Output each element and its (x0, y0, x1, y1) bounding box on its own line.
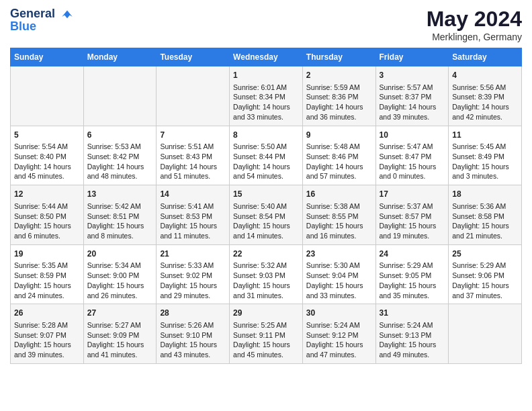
day-number: 4 (452, 70, 518, 81)
day-info: Sunrise: 5:24 AM Sunset: 9:12 PM Dayligh… (306, 320, 372, 360)
days-header-row: SundayMondayTuesdayWednesdayThursdayFrid… (11, 48, 522, 66)
day-info: Sunrise: 5:30 AM Sunset: 9:04 PM Dayligh… (306, 261, 372, 300)
day-number: 3 (380, 70, 445, 81)
day-cell (11, 66, 84, 126)
day-cell: 4Sunrise: 5:56 AM Sunset: 8:39 PM Daylig… (449, 66, 522, 126)
day-number: 13 (87, 189, 153, 200)
day-cell: 2Sunrise: 5:59 AM Sunset: 8:36 PM Daylig… (302, 66, 375, 126)
day-info: Sunrise: 5:41 AM Sunset: 8:53 PM Dayligh… (160, 201, 226, 241)
day-cell: 25Sunrise: 5:29 AM Sunset: 9:06 PM Dayli… (449, 244, 522, 304)
header-friday: Friday (375, 48, 449, 66)
logo: General Blue (10, 7, 75, 34)
day-cell: 10Sunrise: 5:47 AM Sunset: 8:47 PM Dayli… (375, 126, 449, 185)
page: General Blue May 2024 Merklingen, German… (0, 0, 532, 374)
calendar-table: SundayMondayTuesdayWednesdayThursdayFrid… (10, 48, 522, 364)
day-number: 5 (14, 130, 80, 141)
day-info: Sunrise: 5:57 AM Sunset: 8:37 PM Dayligh… (380, 83, 445, 122)
day-info: Sunrise: 5:45 AM Sunset: 8:49 PM Dayligh… (452, 142, 518, 181)
day-info: Sunrise: 5:33 AM Sunset: 9:02 PM Dayligh… (160, 261, 226, 300)
logo-blue-text: Blue (10, 19, 75, 34)
day-cell: 17Sunrise: 5:37 AM Sunset: 8:57 PM Dayli… (375, 185, 449, 245)
day-number: 18 (452, 189, 518, 200)
day-cell: 5Sunrise: 5:54 AM Sunset: 8:40 PM Daylig… (11, 126, 84, 185)
day-info: Sunrise: 5:51 AM Sunset: 8:43 PM Dayligh… (160, 142, 226, 181)
week-row-5: 26Sunrise: 5:28 AM Sunset: 9:07 PM Dayli… (11, 304, 522, 364)
day-number: 27 (87, 308, 153, 319)
day-info: Sunrise: 5:27 AM Sunset: 9:09 PM Dayligh… (87, 320, 153, 360)
day-info: Sunrise: 5:26 AM Sunset: 9:10 PM Dayligh… (160, 320, 226, 360)
day-number: 8 (233, 130, 299, 141)
week-row-4: 19Sunrise: 5:35 AM Sunset: 8:59 PM Dayli… (11, 244, 522, 304)
day-info: Sunrise: 5:29 AM Sunset: 9:06 PM Dayligh… (452, 261, 518, 300)
day-number: 25 (452, 248, 518, 260)
day-info: Sunrise: 5:53 AM Sunset: 8:42 PM Dayligh… (87, 142, 153, 181)
header-thursday: Thursday (302, 48, 375, 66)
day-cell: 16Sunrise: 5:38 AM Sunset: 8:55 PM Dayli… (302, 185, 375, 245)
day-cell: 6Sunrise: 5:53 AM Sunset: 8:42 PM Daylig… (83, 126, 157, 185)
day-cell (449, 304, 522, 364)
day-number: 19 (14, 248, 80, 260)
subtitle: Merklingen, Germany (427, 32, 522, 42)
day-cell: 12Sunrise: 5:44 AM Sunset: 8:50 PM Dayli… (11, 185, 84, 245)
day-cell: 31Sunrise: 5:24 AM Sunset: 9:13 PM Dayli… (375, 304, 449, 364)
day-number: 7 (160, 130, 226, 141)
day-cell (83, 66, 157, 126)
day-info: Sunrise: 5:40 AM Sunset: 8:54 PM Dayligh… (233, 201, 299, 241)
day-info: Sunrise: 5:35 AM Sunset: 8:59 PM Dayligh… (14, 261, 80, 300)
day-cell: 27Sunrise: 5:27 AM Sunset: 9:09 PM Dayli… (83, 304, 157, 364)
header-sunday: Sunday (11, 48, 84, 66)
header-wednesday: Wednesday (230, 48, 303, 66)
day-number: 12 (14, 189, 80, 200)
day-cell: 9Sunrise: 5:48 AM Sunset: 8:46 PM Daylig… (302, 126, 375, 185)
day-cell: 20Sunrise: 5:34 AM Sunset: 9:00 PM Dayli… (83, 244, 157, 304)
day-cell: 19Sunrise: 5:35 AM Sunset: 8:59 PM Dayli… (11, 244, 84, 304)
day-info: Sunrise: 5:25 AM Sunset: 9:11 PM Dayligh… (233, 320, 299, 360)
day-number: 16 (306, 189, 372, 200)
day-info: Sunrise: 5:32 AM Sunset: 9:03 PM Dayligh… (233, 261, 299, 300)
day-cell: 30Sunrise: 5:24 AM Sunset: 9:12 PM Dayli… (302, 304, 375, 364)
day-number: 29 (233, 308, 299, 319)
day-cell: 23Sunrise: 5:30 AM Sunset: 9:04 PM Dayli… (302, 244, 375, 304)
day-info: Sunrise: 5:42 AM Sunset: 8:51 PM Dayligh… (87, 201, 153, 241)
day-number: 1 (233, 70, 299, 81)
day-info: Sunrise: 5:56 AM Sunset: 8:39 PM Dayligh… (452, 83, 518, 122)
day-number: 31 (380, 308, 445, 319)
day-number: 20 (87, 248, 153, 260)
day-number: 2 (306, 70, 372, 81)
week-row-3: 12Sunrise: 5:44 AM Sunset: 8:50 PM Dayli… (11, 185, 522, 245)
day-info: Sunrise: 5:37 AM Sunset: 8:57 PM Dayligh… (380, 201, 445, 241)
day-cell: 11Sunrise: 5:45 AM Sunset: 8:49 PM Dayli… (449, 126, 522, 185)
day-info: Sunrise: 5:34 AM Sunset: 9:00 PM Dayligh… (87, 261, 153, 300)
week-row-2: 5Sunrise: 5:54 AM Sunset: 8:40 PM Daylig… (11, 126, 522, 185)
day-number: 23 (306, 248, 372, 260)
day-cell: 21Sunrise: 5:33 AM Sunset: 9:02 PM Dayli… (157, 244, 230, 304)
day-cell: 13Sunrise: 5:42 AM Sunset: 8:51 PM Dayli… (83, 185, 157, 245)
day-cell (157, 66, 230, 126)
day-cell: 7Sunrise: 5:51 AM Sunset: 8:43 PM Daylig… (157, 126, 230, 185)
day-info: Sunrise: 5:44 AM Sunset: 8:50 PM Dayligh… (14, 201, 80, 241)
day-info: Sunrise: 5:38 AM Sunset: 8:55 PM Dayligh… (306, 201, 372, 241)
day-info: Sunrise: 5:29 AM Sunset: 9:05 PM Dayligh… (380, 261, 445, 300)
day-cell: 29Sunrise: 5:25 AM Sunset: 9:11 PM Dayli… (230, 304, 303, 364)
day-number: 26 (14, 308, 80, 319)
header-monday: Monday (83, 48, 157, 66)
day-info: Sunrise: 5:50 AM Sunset: 8:44 PM Dayligh… (233, 142, 299, 181)
day-number: 14 (160, 189, 226, 200)
day-number: 22 (233, 248, 299, 260)
header-saturday: Saturday (449, 48, 522, 66)
day-info: Sunrise: 5:36 AM Sunset: 8:58 PM Dayligh… (452, 201, 518, 241)
day-number: 30 (306, 308, 372, 319)
day-cell: 24Sunrise: 5:29 AM Sunset: 9:05 PM Dayli… (375, 244, 449, 304)
day-info: Sunrise: 6:01 AM Sunset: 8:34 PM Dayligh… (233, 83, 299, 122)
svg-marker-0 (62, 11, 73, 19)
day-number: 21 (160, 248, 226, 260)
day-info: Sunrise: 5:48 AM Sunset: 8:46 PM Dayligh… (306, 142, 372, 181)
day-number: 28 (160, 308, 226, 319)
header: General Blue May 2024 Merklingen, German… (10, 7, 522, 42)
day-number: 11 (452, 130, 518, 141)
day-info: Sunrise: 5:47 AM Sunset: 8:47 PM Dayligh… (380, 142, 445, 181)
day-number: 9 (306, 130, 372, 141)
day-info: Sunrise: 5:28 AM Sunset: 9:07 PM Dayligh… (14, 320, 80, 360)
day-number: 15 (233, 189, 299, 200)
day-info: Sunrise: 5:24 AM Sunset: 9:13 PM Dayligh… (380, 320, 445, 360)
